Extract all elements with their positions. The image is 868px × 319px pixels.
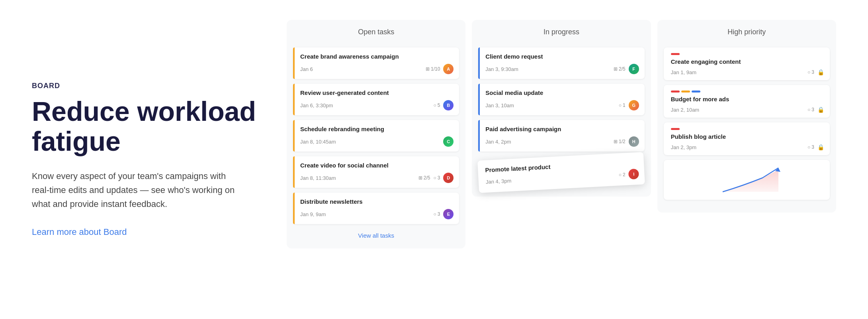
comment-count: ○ 5 [433,102,440,108]
task-title: Review user-generated content [299,89,454,96]
task-meta: Jan 8, 11:30am ⊞ 2/5 ○ 3 D [299,173,454,183]
task-date: Jan 3, 9:30am [485,66,518,72]
task-card[interactable]: Create engaging content Jan 1, 9am ○ 3 🔒 [664,47,830,80]
comment-count: ○ 3 [433,211,440,217]
avatar: F [629,64,639,74]
priority-dot [692,91,700,93]
task-title: Client demo request [484,53,639,60]
task-date: Jan 3, 10am [485,102,514,108]
task-card[interactable]: Review user-generated content Jan 6, 3:3… [293,84,459,115]
priority-dot [671,53,680,55]
task-card[interactable]: Social media update Jan 3, 10am ○ 1 G [478,84,644,115]
task-meta-right: ⊞ 1/10 A [426,64,454,74]
task-title: Budget for more ads [669,96,824,102]
trend-chart [711,164,782,196]
task-meta: Jan 2, 10am ○ 3 🔒 [669,106,824,113]
column-header-in-progress: In progress [478,28,644,41]
task-meta: Jan 3, 9:30am ⊞ 2/5 F [484,64,639,74]
column-high-priority: High priority Create engaging content Ja… [657,20,836,213]
task-title: Create brand awareness campaign [299,53,454,60]
chart-card [664,160,830,200]
column-header-high-priority: High priority [664,28,830,41]
accent-bar [293,84,295,115]
task-card[interactable]: Publish blog article Jan 2, 3pm ○ 3 🔒 [664,122,830,155]
task-meta-right: ⊞ 2/5 ○ 3 D [418,173,454,183]
task-meta-right: ○ 3 🔒 [807,144,824,150]
comment-count: ○ 3 [433,175,440,181]
board-columns: Open tasks Create brand awareness campai… [287,20,836,299]
lock-icon: 🔒 [817,144,824,150]
task-meta: Jan 6, 3:30pm ○ 5 B [299,100,454,110]
priority-dots [669,91,824,93]
description: Know every aspect of your team's campaig… [32,169,239,211]
floating-task-card[interactable]: Promote latest product Jan 4, 3pm ○ 2 I [477,152,645,193]
task-date: Jan 4, 3pm [486,177,512,185]
task-date: Jan 8, 11:30am [300,175,336,181]
accent-bar [293,120,295,152]
priority-dots [669,128,824,130]
task-meta: Jan 3, 10am ○ 1 G [484,100,639,110]
task-title: Distribute newsletters [299,198,454,205]
accent-bar [293,156,295,188]
task-date: Jan 6 [300,66,313,72]
accent-bar [478,120,480,152]
comment-count: ○ 3 [807,69,814,75]
task-card[interactable]: Distribute newsletters Jan 9, 9am ○ 3 E [293,193,459,224]
task-card[interactable]: Create video for social channel Jan 8, 1… [293,156,459,188]
task-meta-right: ○ 1 G [619,100,639,110]
task-card[interactable]: Paid advertising campaign Jan 4, 2pm ⊞ 1… [478,120,644,152]
task-meta-right: ○ 3 🔒 [807,69,824,75]
avatar: E [443,209,454,219]
task-meta-right: ○ 3 E [433,209,454,219]
learn-more-link[interactable]: Learn more about Board [32,227,127,237]
comment-count: ○ 3 [807,107,814,112]
task-meta: Jan 9, 9am ○ 3 E [299,209,454,219]
task-card[interactable]: Create brand awareness campaign Jan 6 ⊞ … [293,47,459,79]
subtask-count: ⊞ 1/10 [426,66,440,72]
task-meta: Jan 8, 10:45am C [299,136,454,147]
task-date: Jan 4, 2pm [485,139,511,145]
subtask-count: ⊞ 2/5 [614,66,626,72]
task-title: Publish blog article [669,133,824,140]
task-meta: Jan 6 ⊞ 1/10 A [299,64,454,74]
headline-line2: fatigue [32,126,121,156]
task-title: Create video for social channel [299,162,454,169]
task-date: Jan 9, 9am [300,211,326,217]
avatar: B [443,100,454,110]
comment-count: ○ 3 [807,144,814,150]
task-title: Create engaging content [669,58,824,65]
task-title: Social media update [484,89,639,96]
task-title: Paid advertising campaign [484,126,639,132]
lock-icon: 🔒 [817,69,824,75]
task-meta-right: ⊞ 1/2 H [614,136,639,147]
task-meta-right: ○ 2 I [619,169,639,180]
avatar: I [628,169,639,179]
task-meta: Jan 4, 2pm ⊞ 1/2 H [484,136,639,147]
left-panel: BOARD Reduce workload fatigue Know every… [32,74,263,245]
task-date: Jan 1, 9am [671,69,696,75]
accent-bar [293,47,295,79]
priority-dot [671,91,680,93]
task-meta-right: ○ 3 🔒 [807,106,824,113]
task-card[interactable]: Client demo request Jan 3, 9:30am ⊞ 2/5 … [478,47,644,79]
task-date: Jan 2, 3pm [671,144,696,150]
column-in-progress: In progress Client demo request Jan 3, 9… [472,20,651,197]
task-meta-right: C [443,136,454,147]
task-date: Jan 8, 10:45am [300,139,336,145]
priority-dot [671,128,680,130]
avatar: D [443,173,454,183]
view-all-link[interactable]: View all tasks [293,229,459,240]
headline-line1: Reduce workload [32,96,256,126]
board-label: BOARD [32,82,263,90]
column-open-tasks: Open tasks Create brand awareness campai… [287,20,465,248]
headline: Reduce workload fatigue [32,96,263,156]
comment-count: ○ 1 [619,102,626,108]
task-meta: Jan 2, 3pm ○ 3 🔒 [669,144,824,150]
subtask-count: ⊞ 1/2 [614,139,626,144]
accent-bar [478,84,480,115]
task-card[interactable]: Budget for more ads Jan 2, 10am ○ 3 🔒 [664,85,830,118]
task-meta: Jan 1, 9am ○ 3 🔒 [669,69,824,75]
avatar: G [629,100,639,110]
task-card[interactable]: Schedule rebranding meeting Jan 8, 10:45… [293,120,459,152]
avatar: A [443,64,454,74]
